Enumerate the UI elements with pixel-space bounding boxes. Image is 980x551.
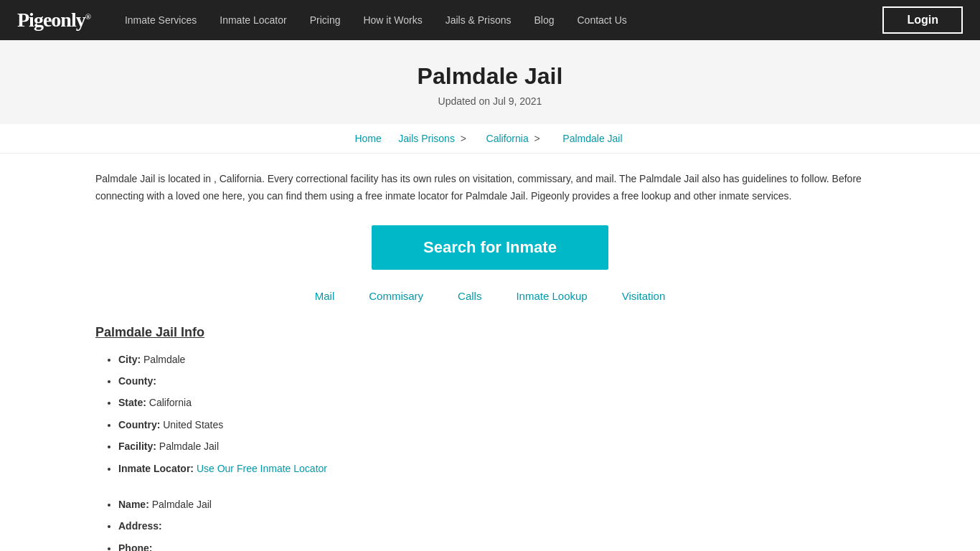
updated-date: Updated on Jul 9, 2021 [0, 95, 980, 107]
hero-section: Palmdale Jail Updated on Jul 9, 2021 [0, 40, 980, 124]
list-item: Phone: [118, 540, 885, 551]
page-title: Palmdale Jail [0, 63, 980, 90]
service-tabs: Mail Commisary Calls Inmate Lookup Visit… [95, 290, 885, 302]
tab-calls[interactable]: Calls [458, 290, 481, 302]
nav-how-it-works[interactable]: How it Works [363, 14, 422, 26]
nav-inmate-services[interactable]: Inmate Services [125, 14, 197, 26]
login-button[interactable]: Login [882, 6, 963, 34]
jail-info-section: Palmdale Jail Info City: Palmdale County… [95, 325, 885, 476]
breadcrumb-current: Palmdale Jail [562, 133, 622, 144]
navigation: Pigeonly® Inmate Services Inmate Locator… [0, 0, 980, 40]
tab-visitation[interactable]: Visitation [622, 290, 666, 302]
search-button-wrap: Search for Inmate [95, 225, 885, 270]
nav-pricing[interactable]: Pricing [310, 14, 341, 26]
nav-jails-prisons[interactable]: Jails & Prisons [446, 14, 512, 26]
list-item: State: California [118, 395, 885, 410]
jail-details-list: Name: Palmdale Jail Address: Phone: [95, 496, 885, 551]
nav-links: Inmate Services Inmate Locator Pricing H… [125, 14, 883, 26]
inmate-locator-link[interactable]: Use Our Free Inmate Locator [197, 463, 327, 474]
description-text: Palmdale Jail is located in , California… [95, 171, 885, 205]
list-item: Country: United States [118, 417, 885, 433]
logo-mark: ® [85, 12, 90, 21]
tab-commisary[interactable]: Commisary [369, 290, 423, 302]
breadcrumb: Home Jails Prisons > California > Palmda… [0, 124, 980, 154]
jail-details-section: Name: Palmdale Jail Address: Phone: [95, 496, 885, 551]
logo[interactable]: Pigeonly® [17, 9, 90, 32]
list-item: Address: [118, 518, 885, 534]
jail-info-heading: Palmdale Jail Info [95, 325, 885, 340]
nav-inmate-locator[interactable]: Inmate Locator [220, 14, 286, 26]
logo-text: Pigeonly [17, 9, 85, 31]
list-item: Facility: Palmdale Jail [118, 438, 885, 454]
list-item: Name: Palmdale Jail [118, 496, 885, 512]
tab-inmate-lookup[interactable]: Inmate Lookup [516, 290, 587, 302]
nav-contact-us[interactable]: Contact Us [578, 14, 627, 26]
jail-info-list: City: Palmdale County: State: California… [95, 352, 885, 476]
search-for-inmate-button[interactable]: Search for Inmate [372, 225, 608, 270]
tab-mail[interactable]: Mail [315, 290, 335, 302]
list-item: City: Palmdale [118, 352, 885, 367]
nav-blog[interactable]: Blog [534, 14, 554, 26]
breadcrumb-california[interactable]: California [486, 133, 529, 144]
main-content: Palmdale Jail is located in , California… [81, 154, 899, 551]
breadcrumb-home[interactable]: Home [354, 133, 381, 144]
list-item: Inmate Locator: Use Our Free Inmate Loca… [118, 461, 885, 476]
list-item: County: [118, 373, 885, 389]
breadcrumb-jails-prisons[interactable]: Jails Prisons [398, 133, 455, 144]
